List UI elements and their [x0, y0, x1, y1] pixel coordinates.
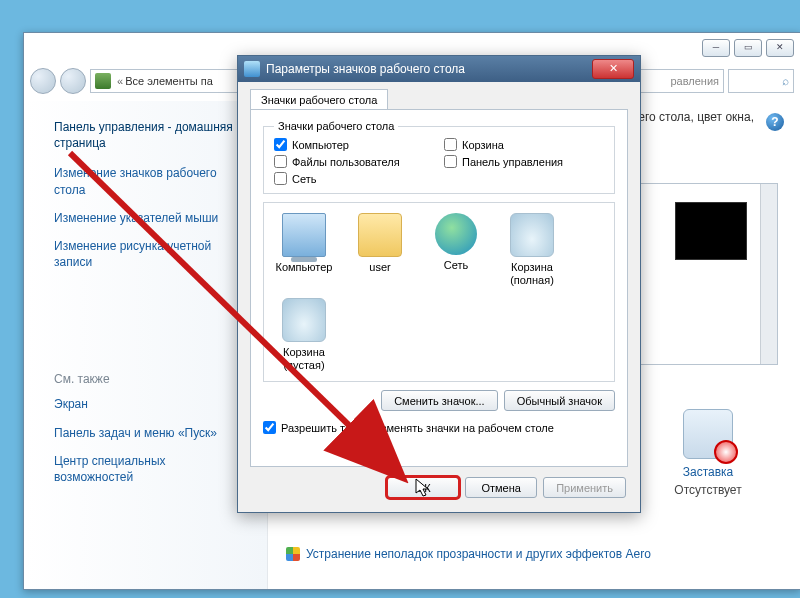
icon-list[interactable]: Компьютер user Сеть Корзина (полная) Кор… [263, 202, 615, 382]
icon-label: Компьютер [276, 261, 333, 273]
check-controlpanel-box[interactable] [444, 155, 457, 168]
default-icon-button[interactable]: Обычный значок [504, 390, 615, 411]
icon-label: user [369, 261, 390, 273]
check-controlpanel[interactable]: Панель управления [444, 155, 604, 168]
sidebar-link-icons[interactable]: Изменение значков рабочего стола [54, 165, 247, 197]
allow-themes-label: Разрешить темам изменять значки на рабоч… [281, 422, 554, 434]
window-controls: ─ ▭ ✕ [702, 39, 794, 57]
aero-link-text: Устранение неполадок прозрачности и друг… [306, 547, 651, 561]
help-icon[interactable]: ? [766, 113, 784, 131]
check-label: Сеть [292, 173, 316, 185]
computer-icon [282, 213, 326, 257]
icon-recycle-full[interactable]: Корзина (полная) [500, 213, 564, 286]
check-label: Панель управления [462, 156, 563, 168]
desktop-icon-settings-dialog: Параметры значков рабочего стола ✕ Значк… [237, 55, 641, 513]
recycle-full-icon [510, 213, 554, 257]
recycle-empty-icon [282, 298, 326, 342]
icon-network[interactable]: Сеть [424, 213, 488, 286]
theme-preview [636, 183, 778, 365]
breadcrumb-chevron-icon: « [117, 75, 123, 87]
close-button[interactable]: ✕ [766, 39, 794, 57]
see-also-heading: См. также [54, 372, 247, 386]
nav-back-button[interactable] [30, 68, 56, 94]
check-userfiles[interactable]: Файлы пользователя [274, 155, 434, 168]
screensaver-link[interactable]: Заставка [638, 465, 778, 479]
aero-troubleshoot-link[interactable]: Устранение неполадок прозрачности и друг… [286, 547, 651, 561]
check-label: Файлы пользователя [292, 156, 400, 168]
icon-recycle-empty[interactable]: Корзина (пустая) [272, 298, 336, 371]
icon-computer[interactable]: Компьютер [272, 213, 336, 286]
preview-monitor-icon [675, 202, 747, 260]
check-network[interactable]: Сеть [274, 172, 434, 185]
icon-user[interactable]: user [348, 213, 412, 286]
screensaver-block: Заставка Отсутствует [638, 409, 778, 497]
minimize-button[interactable]: ─ [702, 39, 730, 57]
dialog-footer: ОК Отмена Применить [238, 467, 640, 508]
group-legend: Значки рабочего стола [274, 120, 398, 132]
search-input[interactable]: ⌕ [728, 69, 794, 93]
globe-icon [435, 213, 477, 255]
see-also-accessibility[interactable]: Центр специальных возможностей [54, 453, 247, 485]
check-computer-box[interactable] [274, 138, 287, 151]
icon-label: Сеть [444, 259, 468, 271]
shield-icon [286, 547, 300, 561]
check-recycle[interactable]: Корзина [444, 138, 604, 151]
see-also-taskbar[interactable]: Панель задач и меню «Пуск» [54, 425, 247, 441]
sidebar: Панель управления - домашняя страница Из… [24, 101, 268, 589]
sidebar-link-pointers[interactable]: Изменение указателей мыши [54, 210, 247, 226]
search-icon: ⌕ [782, 74, 789, 88]
folder-icon [358, 213, 402, 257]
breadcrumb-text: Все элементы па [125, 75, 213, 87]
dialog-close-button[interactable]: ✕ [592, 59, 634, 79]
check-label: Компьютер [292, 139, 349, 151]
check-label: Корзина [462, 139, 504, 151]
allow-themes-checkbox[interactable]: Разрешить темам изменять значки на рабоч… [263, 421, 615, 434]
tab-desktop-icons[interactable]: Значки рабочего стола [250, 89, 388, 110]
see-also-display[interactable]: Экран [54, 396, 247, 412]
apply-button[interactable]: Применить [543, 477, 626, 498]
dialog-title: Параметры значков рабочего стола [266, 62, 465, 76]
icon-label: Корзина (полная) [510, 261, 554, 286]
check-userfiles-box[interactable] [274, 155, 287, 168]
dialog-icon [244, 61, 260, 77]
icons-checkbox-group: Значки рабочего стола Компьютер Корзина … [263, 120, 615, 194]
check-recycle-box[interactable] [444, 138, 457, 151]
preview-scrollbar[interactable] [760, 184, 777, 364]
screensaver-status: Отсутствует [674, 483, 741, 497]
allow-themes-box[interactable] [263, 421, 276, 434]
breadcrumb-tail: равления [670, 75, 719, 87]
control-panel-icon [95, 73, 111, 89]
check-network-box[interactable] [274, 172, 287, 185]
icon-label: Корзина (пустая) [283, 346, 325, 371]
sidebar-home-link[interactable]: Панель управления - домашняя страница [54, 119, 247, 151]
tab-pane: Значки рабочего стола Компьютер Корзина … [250, 109, 628, 467]
dialog-titlebar[interactable]: Параметры значков рабочего стола ✕ [238, 56, 640, 82]
maximize-button[interactable]: ▭ [734, 39, 762, 57]
screensaver-icon [683, 409, 733, 459]
sidebar-link-account-picture[interactable]: Изменение рисунка учетной записи [54, 238, 247, 270]
change-icon-button[interactable]: Сменить значок... [381, 390, 498, 411]
cancel-button[interactable]: Отмена [465, 477, 537, 498]
nav-forward-button[interactable] [60, 68, 86, 94]
ok-button[interactable]: ОК [387, 477, 459, 498]
check-computer[interactable]: Компьютер [274, 138, 434, 151]
